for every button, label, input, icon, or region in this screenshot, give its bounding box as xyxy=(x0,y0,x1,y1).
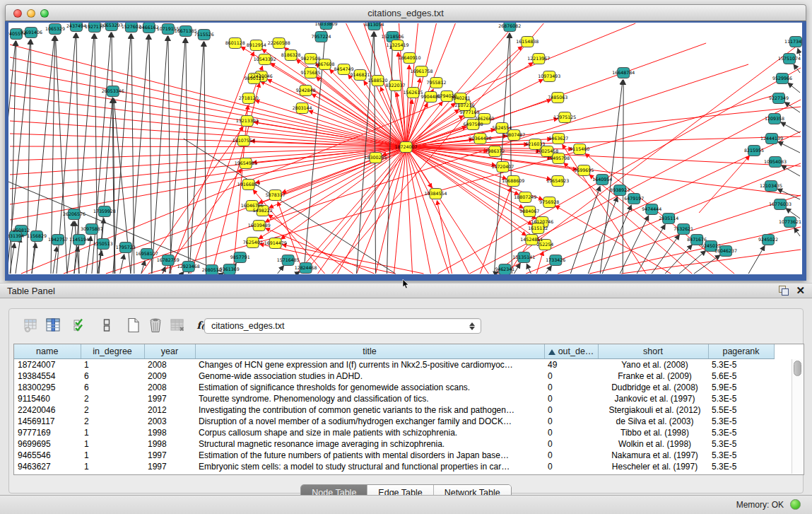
table-cell[interactable]: Nakamura et al. (1997) xyxy=(598,450,708,461)
column-header-out_de[interactable]: out_de… xyxy=(544,344,598,359)
table-row[interactable]: 946554611997Estimation of the future num… xyxy=(14,450,774,461)
table-cell[interactable]: 9465546 xyxy=(14,450,81,461)
delete-table-button[interactable] xyxy=(146,316,165,334)
close-panel-icon[interactable]: ✕ xyxy=(796,285,805,296)
table-scrollbar-thumb[interactable] xyxy=(794,361,801,376)
table-row[interactable]: 1830029562008Estimation of significance … xyxy=(14,382,774,393)
table-cell[interactable]: 5.6E-5 xyxy=(708,370,774,382)
table-cell[interactable]: Tourette syndrome. Phenomenology and cla… xyxy=(195,393,544,404)
column-header-short[interactable]: short xyxy=(598,344,708,359)
table-cell[interactable]: 0 xyxy=(544,382,598,393)
table-cell[interactable]: Investigating the contribution of common… xyxy=(195,404,544,416)
table-cell[interactable]: 9699695 xyxy=(14,438,81,450)
table-cell[interactable]: 5.3E-5 xyxy=(708,416,774,427)
table-cell[interactable]: Estimation of significance thresholds fo… xyxy=(195,382,544,393)
column-header-in_degree[interactable]: in_degree xyxy=(81,344,144,359)
table-cell[interactable]: 2008 xyxy=(144,382,195,393)
table-row[interactable]: 946362711997Embryonic stem cells: a mode… xyxy=(14,461,774,472)
table-row[interactable]: 977716911998Corpus callosum shape and si… xyxy=(14,427,774,438)
table-scrollbar[interactable] xyxy=(792,359,802,474)
table-cell[interactable]: 0 xyxy=(544,461,598,472)
table-cell[interactable]: 9463627 xyxy=(14,461,81,472)
table-row[interactable]: 911546021997Tourette syndrome. Phenomeno… xyxy=(14,393,774,404)
table-cell[interactable]: 1997 xyxy=(144,393,195,404)
table-cell[interactable]: Corpus callosum shape and size in male p… xyxy=(195,427,544,438)
table-cell[interactable]: 0 xyxy=(544,404,598,416)
table-cell[interactable]: 1998 xyxy=(144,438,195,450)
table-cell[interactable]: 22420046 xyxy=(14,404,81,416)
table-cell[interactable]: 2 xyxy=(81,393,144,404)
table-cell[interactable]: 1 xyxy=(81,450,144,461)
destroy-table-button[interactable] xyxy=(168,316,187,334)
table-cell[interactable]: 0 xyxy=(544,416,598,427)
table-settings-button[interactable] xyxy=(22,316,40,334)
table-cell[interactable]: 1997 xyxy=(144,461,195,472)
table-cell[interactable]: 5.3E-5 xyxy=(708,438,774,450)
table-cell[interactable]: Structural magnetic resonance image aver… xyxy=(195,438,544,450)
network-window-titlebar[interactable]: citations_edges.txt xyxy=(5,4,806,21)
table-cell[interactable]: 5.3E-5 xyxy=(708,393,774,404)
table-cell[interactable]: 6 xyxy=(81,370,144,382)
table-cell[interactable]: 2009 xyxy=(144,370,195,382)
table-cell[interactable]: 1 xyxy=(81,461,144,472)
table-cell[interactable]: 19384554 xyxy=(14,370,81,382)
memory-ok-led-icon[interactable] xyxy=(790,499,801,510)
create-table-button[interactable] xyxy=(124,316,143,334)
float-panel-icon[interactable] xyxy=(779,286,789,296)
table-row[interactable]: 1456911722003Disruption of a novel membe… xyxy=(14,416,774,427)
table-cell[interactable]: 49 xyxy=(544,359,598,371)
column-header-title[interactable]: title xyxy=(195,344,544,359)
table-cell[interactable]: Changes of HCN gene expression and I(f) … xyxy=(195,359,544,371)
table-cell[interactable]: 2 xyxy=(81,404,144,416)
table-cell[interactable]: 5.9E-5 xyxy=(708,382,774,393)
table-cell[interactable]: Hescheler et al. (1997) xyxy=(598,461,708,472)
table-cell[interactable]: 6 xyxy=(81,382,144,393)
table-cell[interactable]: 5.3E-5 xyxy=(708,427,774,438)
table-cell[interactable]: 2003 xyxy=(144,416,195,427)
table-cell[interactable]: 5.3E-5 xyxy=(708,450,774,461)
table-cell[interactable]: Wolkin et al. (1998) xyxy=(598,438,708,450)
table-cell[interactable]: 1997 xyxy=(144,450,195,461)
table-source-select[interactable]: citations_edges.txt xyxy=(204,318,481,334)
table-cell[interactable]: Embryonic stem cells: a model to study s… xyxy=(195,461,544,472)
table-cell[interactable]: 1 xyxy=(81,359,144,371)
table-cell[interactable]: 1 xyxy=(81,438,144,450)
table-cell[interactable]: 5.3E-5 xyxy=(708,461,774,472)
column-header-pagerank[interactable]: pagerank xyxy=(708,344,774,359)
table-cell[interactable]: 2008 xyxy=(144,359,195,371)
table-cell[interactable]: Dudbridge et al. (2008) xyxy=(598,382,708,393)
table-cell[interactable]: 0 xyxy=(544,450,598,461)
table-cell[interactable]: Disruption of a novel member of a sodium… xyxy=(195,416,544,427)
table-cell[interactable]: de Silva et al. (2003) xyxy=(598,416,708,427)
row-height-button[interactable] xyxy=(98,316,116,334)
table-cell[interactable]: 5.3E-5 xyxy=(708,359,774,371)
table-cell[interactable]: 9115460 xyxy=(14,393,81,404)
table-cell[interactable]: Jankovic et al. (1997) xyxy=(598,393,708,404)
table-cell[interactable]: 9777169 xyxy=(14,427,81,438)
table-cell[interactable]: 14569117 xyxy=(14,416,81,427)
table-cell[interactable]: 1998 xyxy=(144,427,195,438)
table-cell[interactable]: Genome-wide association studies in ADHD. xyxy=(195,370,544,382)
show-columns-button[interactable] xyxy=(44,316,62,334)
table-cell[interactable]: 0 xyxy=(544,427,598,438)
table-cell[interactable]: 2 xyxy=(81,416,144,427)
table-cell[interactable]: Franke et al. (2009) xyxy=(598,370,708,382)
table-cell[interactable]: 5.5E-5 xyxy=(708,404,774,416)
table-cell[interactable]: 0 xyxy=(544,438,598,450)
select-columns-button[interactable] xyxy=(71,316,89,334)
table-cell[interactable]: Estimation of the future numbers of pati… xyxy=(195,450,544,461)
table-row[interactable]: 2242004622012Investigating the contribut… xyxy=(14,404,774,416)
table-cell[interactable]: 0 xyxy=(544,370,598,382)
table-cell[interactable]: Tibbo et al. (1998) xyxy=(598,427,708,438)
column-header-name[interactable]: name xyxy=(14,344,81,359)
table-cell[interactable]: 0 xyxy=(544,393,598,404)
network-canvas[interactable]: 2405574306914061065329243749419271371065… xyxy=(8,23,802,274)
table-cell[interactable]: Yano et al. (2008) xyxy=(598,359,708,371)
table-cell[interactable]: 18300295 xyxy=(14,382,81,393)
table-row[interactable]: 1938455462009Genome-wide association stu… xyxy=(14,370,774,382)
table-cell[interactable]: Stergiakouli et al. (2012) xyxy=(598,404,708,416)
table-cell[interactable]: 2012 xyxy=(144,404,195,416)
column-header-year[interactable]: year xyxy=(144,344,195,359)
table-row[interactable]: 969969511998Structural magnetic resonanc… xyxy=(14,438,774,450)
table-cell[interactable]: 1 xyxy=(81,427,144,438)
